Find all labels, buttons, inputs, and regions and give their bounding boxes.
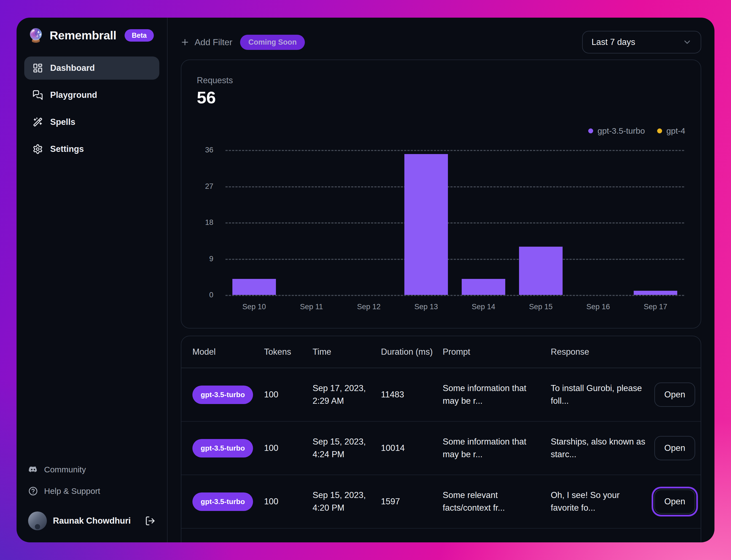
legend-label: gpt-3.5-turbo bbox=[598, 126, 645, 136]
bar-gpt-3.5-turbo-sep-15[interactable] bbox=[519, 247, 563, 295]
open-button[interactable]: Open bbox=[654, 436, 695, 460]
y-axis-labels: 36271890 bbox=[197, 150, 219, 295]
app-window: 🔮 Remembrall Beta DashboardPlaygroundSpe… bbox=[17, 18, 714, 542]
x-tick-label: Sep 13 bbox=[397, 303, 455, 311]
tokens-cell: 100 bbox=[264, 442, 313, 455]
date-range-select[interactable]: Last 7 days bbox=[582, 31, 701, 53]
table-row-clipped bbox=[181, 529, 701, 542]
table-row: gpt-3.5-turbo100Sep 15, 2023, 4:24 PM100… bbox=[181, 422, 701, 475]
bar-slot-sep-17 bbox=[627, 150, 684, 295]
sidebar-nav: DashboardPlaygroundSpellsSettings bbox=[24, 56, 159, 161]
plus-icon bbox=[181, 38, 189, 46]
model-badge: gpt-3.5-turbo bbox=[192, 386, 253, 404]
sidebar-item-label: Settings bbox=[50, 144, 84, 154]
bar-slot-sep-11 bbox=[283, 150, 340, 295]
x-tick-label: Sep 10 bbox=[225, 303, 283, 311]
chart-legend: gpt-3.5-turbogpt-4 bbox=[588, 126, 685, 136]
open-button[interactable]: Open bbox=[654, 489, 695, 514]
crystal-ball-icon: 🔮 bbox=[28, 29, 44, 42]
response-cell: Oh, I see! So your favorite fo... bbox=[551, 489, 654, 515]
response-cell: Starships, also known as starc... bbox=[551, 435, 654, 461]
duration-cell: 11483 bbox=[381, 388, 443, 401]
legend-label: gpt-4 bbox=[666, 126, 685, 136]
page-background: 🔮 Remembrall Beta DashboardPlaygroundSpe… bbox=[0, 0, 731, 560]
x-tick-label: Sep 15 bbox=[512, 303, 569, 311]
sidebar-item-label: Spells bbox=[50, 117, 75, 127]
sidebar-item-label: Community bbox=[44, 465, 86, 474]
bar-slot-sep-12 bbox=[340, 150, 397, 295]
wand-icon bbox=[33, 117, 43, 127]
gridline-0 bbox=[225, 295, 684, 296]
add-filter-button[interactable]: Add Filter bbox=[181, 37, 232, 47]
sidebar-item-label: Playground bbox=[50, 90, 97, 100]
logout-icon bbox=[145, 516, 155, 526]
discord-icon bbox=[28, 465, 38, 475]
open-button[interactable]: Open bbox=[654, 383, 695, 407]
sidebar-item-spells[interactable]: Spells bbox=[24, 111, 159, 134]
app-name: Remembrall bbox=[50, 29, 116, 42]
beta-badge: Beta bbox=[125, 29, 154, 42]
requests-table-card: ModelTokensTimeDuration (ms)PromptRespon… bbox=[181, 336, 701, 542]
help-icon bbox=[28, 486, 38, 496]
bar-gpt-3.5-turbo-sep-17[interactable] bbox=[634, 291, 677, 295]
sidebar-item-playground[interactable]: Playground bbox=[24, 84, 159, 107]
chart-bars bbox=[225, 150, 684, 295]
playground-icon bbox=[33, 90, 43, 100]
tokens-cell: 100 bbox=[264, 495, 313, 508]
legend-dot bbox=[588, 128, 593, 133]
table-header-row: ModelTokensTimeDuration (ms)PromptRespon… bbox=[181, 336, 701, 368]
sidebar-item-label: Help & Support bbox=[44, 486, 100, 496]
table-body: gpt-3.5-turbo100Sep 17, 2023, 2:29 AM114… bbox=[181, 368, 701, 542]
x-tick-label: Sep 17 bbox=[627, 303, 684, 311]
bar-gpt-3.5-turbo-sep-14[interactable] bbox=[462, 279, 505, 295]
logout-button[interactable] bbox=[145, 516, 155, 526]
requests-value: 56 bbox=[197, 88, 216, 107]
response-cell: To install Gurobi, please foll... bbox=[551, 382, 654, 408]
x-tick-label: Sep 14 bbox=[455, 303, 512, 311]
column-header-time: Time bbox=[313, 347, 381, 357]
column-header-tokens: Tokens bbox=[264, 347, 313, 357]
sidebar-item-settings[interactable]: Settings bbox=[24, 138, 159, 161]
x-axis-labels: Sep 10Sep 11Sep 12Sep 13Sep 14Sep 15Sep … bbox=[225, 303, 684, 311]
bar-slot-sep-14 bbox=[455, 150, 512, 295]
tokens-cell: 100 bbox=[264, 388, 313, 401]
date-range-value: Last 7 days bbox=[592, 37, 635, 47]
time-cell: Sep 15, 2023, 4:24 PM bbox=[313, 435, 381, 461]
y-tick-label: 18 bbox=[205, 218, 213, 227]
y-tick-label: 36 bbox=[205, 146, 213, 154]
requests-label: Requests bbox=[197, 76, 233, 85]
table-row: gpt-3.5-turbo100Sep 17, 2023, 2:29 AM114… bbox=[181, 368, 701, 422]
bar-gpt-3.5-turbo-sep-10[interactable] bbox=[232, 279, 276, 295]
bar-chart: 36271890 bbox=[197, 150, 684, 295]
duration-cell: 10014 bbox=[381, 442, 443, 455]
prompt-cell: Some information that may be r... bbox=[443, 435, 551, 461]
model-badge: gpt-3.5-turbo bbox=[192, 492, 253, 511]
sidebar-item-help[interactable]: Help & Support bbox=[28, 482, 155, 500]
topbar: Add Filter Coming Soon Last 7 days bbox=[181, 31, 701, 53]
y-tick-label: 9 bbox=[209, 254, 213, 263]
legend-dot bbox=[657, 128, 662, 133]
x-tick-label: Sep 11 bbox=[283, 303, 340, 311]
avatar bbox=[28, 511, 47, 530]
prompt-cell: Some relevant facts/context fr... bbox=[443, 489, 551, 515]
bar-gpt-3.5-turbo-sep-13[interactable] bbox=[404, 154, 448, 295]
time-cell: Sep 15, 2023, 4:20 PM bbox=[313, 489, 381, 515]
bar-slot-sep-10 bbox=[225, 150, 283, 295]
app-logo-row: 🔮 Remembrall Beta bbox=[24, 29, 159, 42]
model-badge: gpt-3.5-turbo bbox=[192, 439, 253, 457]
bar-slot-sep-13 bbox=[397, 150, 455, 295]
sidebar-item-dashboard[interactable]: Dashboard bbox=[24, 56, 159, 80]
y-tick-label: 27 bbox=[205, 182, 213, 190]
legend-item-gpt-3.5-turbo: gpt-3.5-turbo bbox=[588, 126, 645, 136]
column-header-prompt: Prompt bbox=[443, 347, 551, 357]
requests-chart-card: Requests 56 gpt-3.5-turbogpt-4 36271890 … bbox=[181, 60, 701, 329]
bar-slot-sep-16 bbox=[569, 150, 627, 295]
chevron-down-icon bbox=[682, 37, 692, 47]
dashboard-icon bbox=[33, 63, 43, 73]
table-row: gpt-3.5-turbo100Sep 15, 2023, 4:20 PM159… bbox=[181, 475, 701, 529]
sidebar-item-community[interactable]: Community bbox=[28, 460, 155, 479]
sidebar-item-label: Dashboard bbox=[50, 63, 95, 73]
legend-item-gpt-4: gpt-4 bbox=[657, 126, 685, 136]
x-tick-label: Sep 12 bbox=[340, 303, 397, 311]
prompt-cell: Some information that may be r... bbox=[443, 382, 551, 408]
